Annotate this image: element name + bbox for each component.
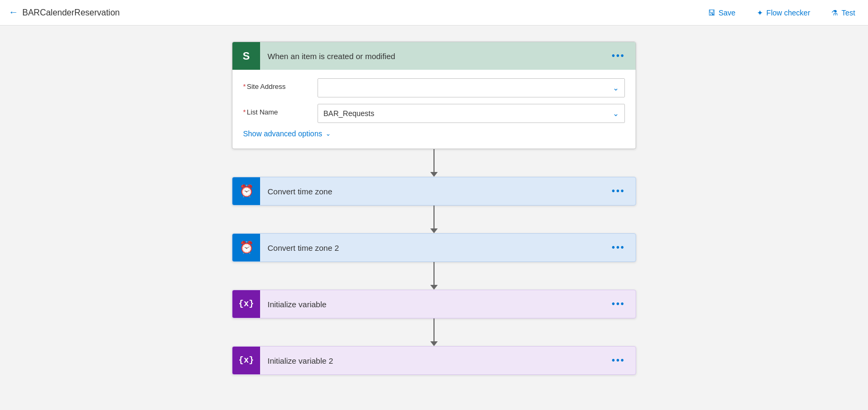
canvas: S When an item is created or modified ••… — [0, 26, 868, 410]
trigger-body: *Site Address ⌄ *List Name BAR_Requests … — [232, 70, 636, 149]
init-2-icon: {x} — [232, 347, 260, 374]
list-name-chevron: ⌄ — [613, 109, 619, 118]
init-variable-1-step: {x} Initialize variable ••• — [232, 290, 636, 318]
convert-1-title: Convert time zone — [260, 187, 607, 196]
connector-3 — [430, 262, 438, 290]
arrow-2 — [430, 228, 438, 233]
list-name-input[interactable]: BAR_Requests ⌄ — [318, 104, 625, 123]
site-address-input[interactable]: ⌄ — [318, 78, 625, 97]
connector-2 — [430, 206, 438, 233]
init-2-header: {x} Initialize variable 2 ••• — [232, 347, 636, 374]
convert-1-icon: ⏰ — [232, 177, 260, 205]
top-bar-right: 🖫 Save ✦ Flow checker ⚗ Test — [704, 6, 859, 19]
arrow-1 — [430, 172, 438, 177]
convert-2-menu-button[interactable]: ••• — [607, 238, 629, 258]
convert-2-title: Convert time zone 2 — [260, 243, 607, 252]
advanced-chevron-icon: ⌄ — [326, 130, 331, 137]
init-2-title: Initialize variable 2 — [260, 356, 607, 365]
init-1-title: Initialize variable — [260, 300, 607, 309]
connector-1 — [430, 149, 438, 177]
save-button[interactable]: 🖫 Save — [704, 6, 740, 19]
trigger-menu-button[interactable]: ••• — [607, 46, 629, 66]
show-advanced-label: Show advanced options — [243, 129, 322, 138]
convert-2-header: ⏰ Convert time zone 2 ••• — [232, 234, 636, 261]
trigger-title: When an item is created or modified — [260, 52, 607, 61]
test-label: Test — [841, 9, 855, 17]
show-advanced-button[interactable]: Show advanced options ⌄ — [243, 129, 625, 138]
init-2-menu-button[interactable]: ••• — [607, 351, 629, 371]
flow-checker-icon: ✦ — [757, 9, 763, 17]
trigger-step: S When an item is created or modified ••… — [232, 42, 636, 149]
list-name-row: *List Name BAR_Requests ⌄ — [243, 104, 625, 123]
convert-2-icon: ⏰ — [232, 234, 260, 261]
save-label: Save — [719, 9, 736, 17]
test-icon: ⚗ — [831, 9, 838, 17]
trigger-header: S When an item is created or modified ••… — [232, 42, 636, 70]
sharepoint-icon: S — [232, 42, 260, 70]
top-bar-left: ← BARCalenderReservation — [9, 7, 704, 18]
flow-checker-button[interactable]: ✦ Flow checker — [753, 6, 814, 19]
init-1-header: {x} Initialize variable ••• — [232, 290, 636, 318]
list-name-value: BAR_Requests — [323, 109, 374, 118]
list-name-label: *List Name — [243, 104, 318, 116]
convert-1-header: ⏰ Convert time zone ••• — [232, 177, 636, 205]
flow-title: BARCalenderReservation — [22, 8, 120, 18]
convert-1-menu-button[interactable]: ••• — [607, 182, 629, 201]
init-variable-2-step: {x} Initialize variable 2 ••• — [232, 346, 636, 375]
back-button[interactable]: ← — [9, 7, 18, 18]
flow-checker-label: Flow checker — [766, 9, 810, 17]
init-1-menu-button[interactable]: ••• — [607, 294, 629, 314]
arrow-3 — [430, 285, 438, 290]
convert-time-zone-1-step: ⏰ Convert time zone ••• — [232, 177, 636, 206]
site-address-chevron: ⌄ — [613, 84, 619, 92]
convert-time-zone-2-step: ⏰ Convert time zone 2 ••• — [232, 233, 636, 262]
top-bar: ← BARCalenderReservation 🖫 Save ✦ Flow c… — [0, 0, 868, 26]
init-1-icon: {x} — [232, 290, 260, 318]
site-address-row: *Site Address ⌄ — [243, 78, 625, 97]
arrow-4 — [430, 341, 438, 346]
flow-container: S When an item is created or modified ••… — [232, 42, 636, 394]
save-icon: 🖫 — [708, 9, 715, 17]
connector-4 — [430, 318, 438, 346]
test-button[interactable]: ⚗ Test — [827, 6, 859, 19]
site-address-label: *Site Address — [243, 78, 318, 91]
